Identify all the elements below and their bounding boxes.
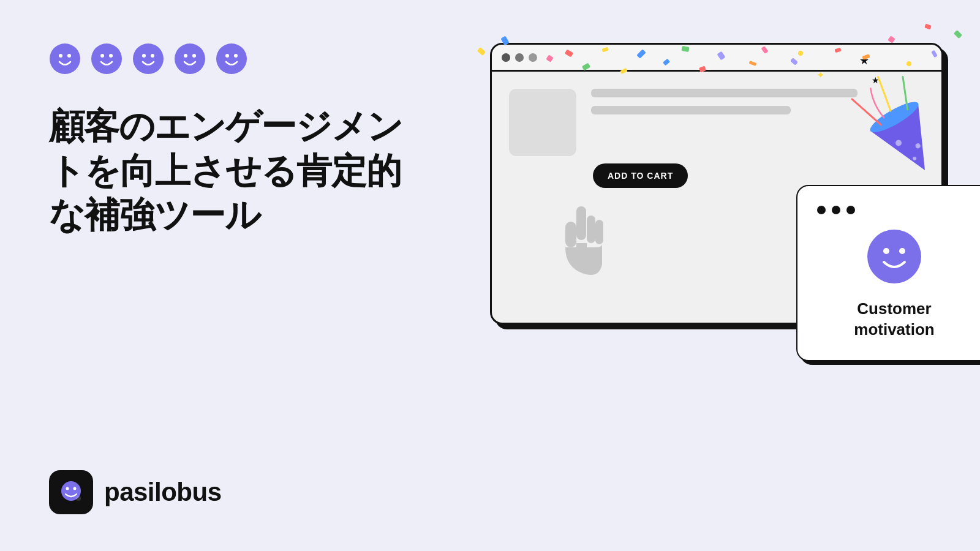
svg-point-18 <box>76 496 81 501</box>
headline: 顧客のエンゲージメン トを向上させる肯定的 な補強ツール <box>49 104 404 238</box>
svg-point-27 <box>867 230 921 283</box>
product-line-1 <box>591 89 858 97</box>
browser-dot-2 <box>515 53 524 62</box>
svg-point-8 <box>151 54 154 58</box>
svg-point-5 <box>109 54 113 58</box>
svg-point-13 <box>225 54 229 58</box>
svg-rect-19 <box>576 206 586 240</box>
emoji-icon-1 <box>49 43 81 75</box>
card-dot-1 <box>817 206 826 214</box>
card-dot-3 <box>846 206 855 214</box>
svg-point-4 <box>100 54 104 58</box>
product-line-2 <box>591 106 791 114</box>
svg-point-1 <box>59 54 62 58</box>
logo-area: pasilobus <box>49 470 222 514</box>
hand-cursor-icon <box>553 206 614 280</box>
headline-line1: 顧客のエンゲージメン <box>49 106 402 146</box>
emoji-row <box>49 43 404 75</box>
svg-point-17 <box>74 487 77 490</box>
logo-icon <box>49 470 93 514</box>
card-dot-2 <box>832 206 840 214</box>
card-title: Customer motivation <box>854 299 934 340</box>
browser-titlebar <box>492 45 941 72</box>
svg-rect-21 <box>565 222 576 247</box>
svg-point-12 <box>216 43 247 74</box>
right-section: ADD TO CART <box>466 18 980 373</box>
card-dots <box>817 206 855 214</box>
svg-point-6 <box>133 43 164 74</box>
svg-point-10 <box>184 54 187 58</box>
svg-point-2 <box>67 54 71 58</box>
headline-line2: トを向上させる肯定的 <box>49 151 401 190</box>
svg-point-11 <box>192 54 196 58</box>
motivation-card: Customer motivation <box>796 185 980 361</box>
browser-dot-1 <box>502 53 510 62</box>
svg-rect-20 <box>587 216 595 243</box>
svg-point-0 <box>50 43 80 74</box>
svg-point-16 <box>66 487 69 490</box>
card-title-line2: motivation <box>854 320 934 339</box>
card-smiley-icon <box>867 229 922 284</box>
svg-point-7 <box>142 54 146 58</box>
svg-point-28 <box>883 248 889 254</box>
emoji-icon-2 <box>91 43 123 75</box>
browser-dot-3 <box>529 53 537 62</box>
headline-line3: な補強ツール <box>49 195 260 234</box>
svg-point-14 <box>234 54 238 58</box>
svg-rect-22 <box>595 220 603 244</box>
left-section: 顧客のエンゲージメン トを向上させる肯定的 な補強ツール <box>49 43 404 238</box>
emoji-icon-5 <box>216 43 247 75</box>
product-thumbnail <box>509 89 576 156</box>
svg-point-29 <box>899 248 905 254</box>
logo-text: pasilobus <box>104 478 222 507</box>
svg-point-9 <box>175 43 205 74</box>
add-to-cart-button[interactable]: ADD TO CART <box>593 163 688 188</box>
emoji-icon-4 <box>174 43 206 75</box>
emoji-icon-3 <box>132 43 164 75</box>
svg-point-3 <box>91 43 122 74</box>
card-title-line1: Customer <box>857 299 931 318</box>
